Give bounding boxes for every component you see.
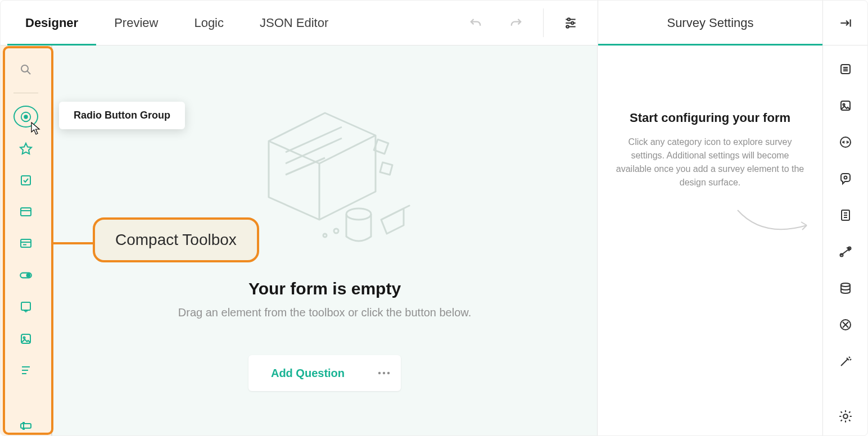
svg-point-41	[843, 104, 844, 106]
page-icon	[839, 208, 852, 222]
gear-icon	[838, 409, 853, 424]
category-general[interactable]	[832, 61, 859, 78]
ranking-icon	[19, 364, 33, 377]
svg-point-34	[383, 372, 385, 374]
tab-logic[interactable]: Logic	[176, 1, 242, 45]
annotation-callout-label: Compact Toolbox	[93, 217, 259, 262]
svg-rect-12	[21, 176, 30, 185]
toolbox-tooltip: Radio Button Group	[59, 102, 185, 129]
toolbox	[1, 46, 52, 436]
top-tab-bar: Designer Preview Logic JSON Editor Surve…	[1, 1, 867, 46]
radio-icon	[20, 111, 32, 123]
logic-icon	[839, 245, 852, 258]
annotation-callout-connector	[52, 242, 94, 244]
toolbox-item-text[interactable]	[13, 415, 38, 436]
collapse-panel-button[interactable]	[822, 1, 867, 45]
checkbox-icon	[19, 174, 33, 187]
svg-rect-30	[379, 162, 392, 175]
tab-strip: Designer Preview Logic JSON Editor	[1, 1, 346, 45]
svg-rect-13	[21, 208, 31, 216]
database-icon	[839, 281, 852, 295]
toolbox-item-boolean[interactable]	[13, 265, 38, 286]
svg-point-22	[24, 337, 25, 338]
list-icon	[839, 62, 852, 76]
top-actions	[449, 1, 543, 45]
question-gear-icon	[839, 172, 852, 185]
settings-gear-button[interactable]	[832, 410, 859, 436]
star-icon	[19, 142, 33, 155]
toolbox-item-dropdown[interactable]	[13, 201, 38, 222]
dropdown-icon	[19, 205, 33, 219]
svg-point-10	[24, 115, 28, 119]
search-icon	[19, 63, 33, 76]
toolbox-item-ranking[interactable]	[13, 360, 38, 381]
svg-point-50	[841, 283, 850, 287]
undo-icon	[468, 15, 483, 31]
toolbox-item-radiogroup[interactable]	[13, 106, 38, 128]
category-pages[interactable]	[832, 207, 859, 224]
settings-empty-title: Start configuring your form	[630, 111, 790, 125]
svg-point-32	[323, 234, 327, 237]
empty-state-illustration	[235, 79, 415, 259]
category-appearance[interactable]	[832, 353, 859, 369]
svg-rect-26	[21, 424, 31, 428]
redo-button[interactable]	[503, 10, 530, 37]
tab-designer[interactable]: Designer	[7, 1, 96, 45]
settings-panel-header: Survey Settings	[598, 1, 822, 45]
add-question-button[interactable]: Add Question	[248, 355, 367, 391]
wand-icon	[839, 355, 852, 368]
add-question-type-button[interactable]	[367, 355, 401, 391]
toggle-icon	[19, 268, 33, 283]
settings-category-rail	[822, 46, 867, 436]
svg-marker-11	[20, 143, 31, 154]
svg-rect-15	[21, 239, 31, 247]
sliders-icon	[563, 16, 578, 30]
text-input-icon	[19, 419, 33, 433]
collapse-right-icon	[838, 16, 853, 30]
svg-point-5	[566, 25, 568, 28]
undo-button[interactable]	[462, 10, 489, 37]
toolbox-item-rating[interactable]	[13, 138, 38, 159]
toolbox-item-checkbox[interactable]	[13, 170, 38, 191]
toolbox-search[interactable]	[13, 59, 38, 80]
file-upload-icon	[19, 300, 33, 314]
svg-point-7	[21, 65, 28, 72]
svg-point-43	[844, 176, 847, 179]
svg-point-4	[571, 21, 573, 24]
tab-json-editor[interactable]: JSON Editor	[242, 1, 346, 45]
svg-line-8	[28, 71, 31, 75]
category-logic[interactable]	[832, 243, 859, 260]
svg-point-54	[843, 414, 848, 419]
svg-point-19	[27, 274, 30, 276]
category-data[interactable]	[832, 280, 859, 296]
toolbox-item-tagbox[interactable]	[13, 233, 38, 254]
category-navigation[interactable]	[832, 134, 859, 151]
svg-point-33	[378, 372, 381, 374]
category-logo[interactable]	[832, 98, 859, 114]
svg-point-3	[568, 18, 570, 20]
nav-icon	[839, 135, 852, 149]
dots-icon	[378, 371, 390, 375]
add-question-block: Add Question	[248, 355, 401, 391]
settings-panel: Start configuring your form Click any ca…	[598, 46, 822, 436]
image-icon	[839, 99, 852, 112]
svg-point-35	[387, 372, 390, 374]
image-picker-icon	[19, 332, 33, 346]
svg-point-28	[346, 208, 371, 220]
settings-panel-title: Survey Settings	[667, 16, 753, 30]
validation-icon	[839, 318, 852, 331]
svg-point-42	[840, 137, 851, 147]
tab-preview[interactable]: Preview	[96, 1, 176, 45]
category-question[interactable]	[832, 171, 859, 187]
empty-state-subtitle: Drag an element from the toolbox or clic…	[178, 306, 471, 319]
svg-rect-20	[21, 302, 30, 310]
survey-settings-toggle[interactable]	[557, 10, 584, 37]
category-validation[interactable]	[832, 316, 859, 333]
toolbox-item-imagepicker[interactable]	[13, 328, 38, 349]
empty-state-title: Your form is empty	[248, 279, 401, 298]
settings-empty-text: Click any category icon to explore surve…	[613, 135, 807, 189]
redo-icon	[508, 15, 524, 31]
hint-arrow-icon	[735, 207, 813, 241]
toolbox-item-file[interactable]	[13, 296, 38, 317]
svg-point-31	[334, 229, 338, 233]
